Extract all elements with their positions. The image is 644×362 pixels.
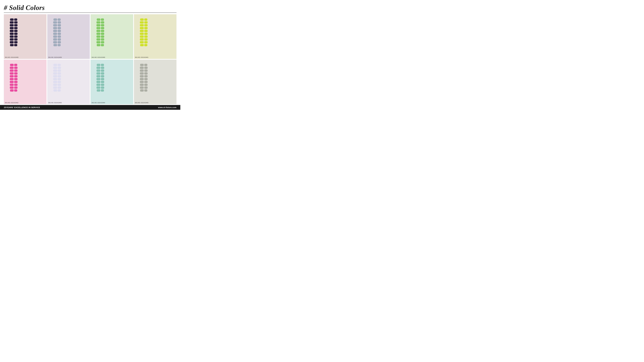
page-title: # Solid Colors (4, 4, 176, 12)
product-cell-5[interactable]: SKU.NO.:0101410463 (47, 60, 90, 104)
header: # Solid Colors (4, 2, 176, 13)
product-grid: SKU.NO.:0101410458 (4, 14, 176, 104)
footer-right: www.st-future.com (158, 106, 176, 108)
sku-label-6: SKU.NO.:0101410464 (92, 102, 105, 104)
nail-strip-2 (96, 18, 105, 56)
sku-label-0: SKU.NO.:0101410458 (5, 57, 18, 58)
sku-label-1: SKU.NO.:0101410459 (48, 57, 62, 58)
sku-label-2: SKU.NO.:0101410460 (92, 57, 105, 58)
product-cell-2[interactable]: SKU.NO.:0101410460 (90, 14, 133, 59)
sku-label-5: SKU.NO.:0101410463 (48, 102, 62, 104)
nail-strip-7 (139, 63, 148, 101)
product-cell-3[interactable]: SKU.NO.:0101410461 (134, 14, 176, 59)
product-cell-1[interactable]: SKU.NO.:0101410459 (47, 14, 90, 59)
nail-strip-6 (96, 63, 105, 101)
product-cell-0[interactable]: SKU.NO.:0101410458 (4, 14, 46, 59)
sku-label-7: SKU.NO.:0101410465 (135, 102, 148, 104)
nail-strip-4 (9, 63, 18, 101)
product-cell-7[interactable]: SKU.NO.:0101410465 (134, 60, 176, 104)
product-cell-4[interactable]: SKU.NO.:0101410462 (4, 60, 46, 104)
nail-strip-1 (52, 18, 62, 56)
sku-label-4: SKU.NO.:0101410462 (5, 102, 18, 104)
sku-label-3: SKU.NO.:0101410461 (135, 57, 148, 58)
product-cell-6[interactable]: SKU.NO.:0101410464 (90, 60, 133, 104)
nail-strip-0 (9, 18, 18, 56)
nail-strip-3 (139, 18, 148, 56)
footer: 25YEARS' EXCELLENCE IN SERVICE www.st-fu… (0, 105, 180, 110)
footer-left: 25YEARS' EXCELLENCE IN SERVICE (4, 106, 40, 108)
page: # Solid Colors (0, 0, 180, 110)
nail-strip-5 (52, 63, 62, 101)
